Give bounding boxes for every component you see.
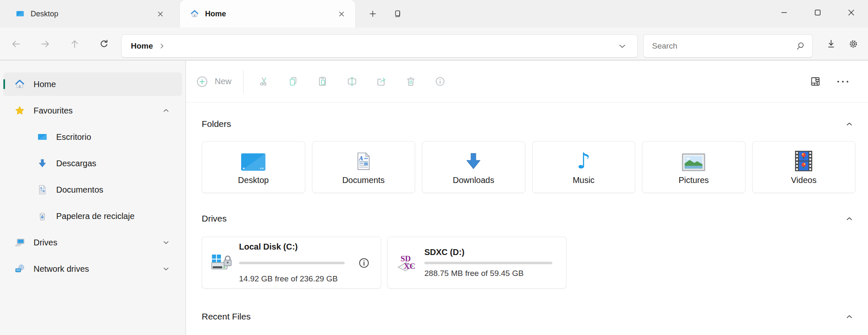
delete-button[interactable] xyxy=(401,72,420,91)
breadcrumb-segment[interactable]: Home xyxy=(131,41,153,51)
tile-label: Desktop xyxy=(238,175,269,185)
chevron-down-icon[interactable] xyxy=(162,238,170,247)
up-arrow-icon xyxy=(69,39,80,49)
close-icon[interactable] xyxy=(335,8,348,20)
sdxc-card-icon: SD XC xyxy=(396,252,418,273)
search-box xyxy=(643,34,813,58)
delete-icon xyxy=(405,76,416,87)
drives-list: Local Disk (C:) 14.92 GB free of 236.29 … xyxy=(202,237,855,289)
copy-button[interactable] xyxy=(284,72,302,91)
address-dropdown-button[interactable] xyxy=(615,39,630,54)
duplicate-tab-button[interactable] xyxy=(388,5,406,23)
info-icon xyxy=(434,76,446,87)
minimize-button[interactable] xyxy=(767,0,801,25)
drive-card-d[interactable]: SD XC SDXC (D:) 288.75 MB free of 59.45 … xyxy=(387,237,567,289)
search-input[interactable] xyxy=(644,35,812,57)
drive-card-c[interactable]: Local Disk (C:) 14.92 GB free of 236.29 … xyxy=(202,237,381,289)
cut-button[interactable] xyxy=(255,72,273,91)
sidebar: Home Favourites Escritorio Descargas xyxy=(0,61,186,335)
plus-icon xyxy=(368,9,377,18)
back-button[interactable] xyxy=(7,35,25,53)
desktop-mini-icon xyxy=(37,131,48,142)
folder-tile-music[interactable]: ♪ Music xyxy=(532,141,636,193)
section-title: Recent Files xyxy=(202,312,251,322)
sidebar-item-escritorio[interactable]: Escritorio xyxy=(3,125,182,149)
folder-tile-downloads[interactable]: Downloads xyxy=(422,141,525,193)
sidebar-item-documentos[interactable]: A Documentos xyxy=(3,178,182,201)
collapse-folders-button[interactable] xyxy=(843,118,855,130)
drive-info-button[interactable] xyxy=(357,256,371,270)
tab-desktop[interactable]: Desktop xyxy=(5,0,174,28)
toolbar-separator xyxy=(243,70,244,93)
gear-icon xyxy=(848,39,859,49)
maximize-button[interactable] xyxy=(801,0,834,25)
computer-icon xyxy=(14,237,25,248)
toolbar-right xyxy=(806,72,861,91)
chevron-up-icon xyxy=(845,312,854,321)
chevron-up-icon xyxy=(845,214,854,223)
paste-button[interactable] xyxy=(313,72,332,91)
navigation-bar: Home xyxy=(0,28,868,60)
home-icon xyxy=(190,9,199,18)
rename-icon xyxy=(346,76,358,87)
downloads-button[interactable] xyxy=(822,35,840,53)
folder-tile-documents[interactable]: A Documents xyxy=(312,141,416,193)
folder-tile-desktop[interactable]: Desktop xyxy=(202,141,305,193)
sidebar-item-favourites[interactable]: Favourites xyxy=(3,99,182,122)
new-button-label: New xyxy=(215,77,231,86)
sidebar-item-drives[interactable]: Drives xyxy=(3,231,182,254)
music-note-icon: ♪ xyxy=(577,149,590,172)
recycle-bin-icon xyxy=(37,211,48,222)
sidebar-item-network-drives[interactable]: Network drives xyxy=(3,257,182,281)
new-tab-button[interactable] xyxy=(364,5,382,23)
back-arrow-icon xyxy=(10,39,21,49)
chevron-right-icon xyxy=(158,42,166,50)
recent-files-section-header: Recent Files xyxy=(202,310,855,323)
drive-usage-bar xyxy=(424,262,552,264)
window-controls xyxy=(767,0,868,25)
paste-icon xyxy=(317,76,328,87)
chevron-down-icon[interactable] xyxy=(162,265,170,273)
tile-label: Documents xyxy=(342,175,385,185)
chevron-up-icon xyxy=(845,120,854,129)
document-icon: A xyxy=(37,184,48,195)
tab-label: Desktop xyxy=(31,10,58,18)
sidebar-item-papelera[interactable]: Papelera de reciclaje xyxy=(3,204,182,228)
drive-free-space: 14.92 GB free of 236.29 GB xyxy=(239,274,371,283)
tab-home[interactable]: Home xyxy=(180,0,355,28)
more-options-button[interactable] xyxy=(834,72,852,91)
close-icon[interactable] xyxy=(154,8,166,20)
content-pane: New xyxy=(186,61,868,335)
folder-tile-videos[interactable]: Videos xyxy=(752,141,856,193)
rename-button[interactable] xyxy=(343,72,361,91)
desktop-icon xyxy=(240,149,266,172)
sidebar-item-label: Descargas xyxy=(56,159,96,168)
new-button[interactable]: New xyxy=(195,75,231,88)
desktop-mini-icon xyxy=(16,9,25,18)
maximize-icon xyxy=(813,8,822,17)
minimize-icon xyxy=(780,8,789,17)
forward-button[interactable] xyxy=(36,35,55,53)
close-window-button[interactable] xyxy=(834,0,868,25)
layout-view-button[interactable] xyxy=(806,72,824,91)
sidebar-item-home[interactable]: Home xyxy=(3,72,182,96)
video-film-icon xyxy=(795,149,813,172)
sidebar-item-label: Papelera de reciclaje xyxy=(56,211,135,221)
sidebar-item-descargas[interactable]: Descargas xyxy=(3,152,182,175)
settings-button[interactable] xyxy=(844,35,863,53)
up-button[interactable] xyxy=(65,35,84,53)
collapse-recent-button[interactable] xyxy=(843,310,855,323)
address-bar[interactable]: Home xyxy=(121,34,638,58)
collapse-drives-button[interactable] xyxy=(843,212,855,225)
chevron-up-icon[interactable] xyxy=(162,106,170,115)
sidebar-item-label: Favourites xyxy=(34,106,73,116)
forward-arrow-icon xyxy=(40,39,51,49)
share-button[interactable] xyxy=(372,72,390,91)
tile-label: Downloads xyxy=(453,175,494,185)
sidebar-item-label: Escritorio xyxy=(56,132,91,142)
refresh-button[interactable] xyxy=(95,35,113,53)
network-drive-icon xyxy=(14,263,25,274)
info-button[interactable] xyxy=(431,72,449,91)
folder-tile-pictures[interactable]: Pictures xyxy=(642,141,746,193)
tile-label: Music xyxy=(573,175,595,185)
